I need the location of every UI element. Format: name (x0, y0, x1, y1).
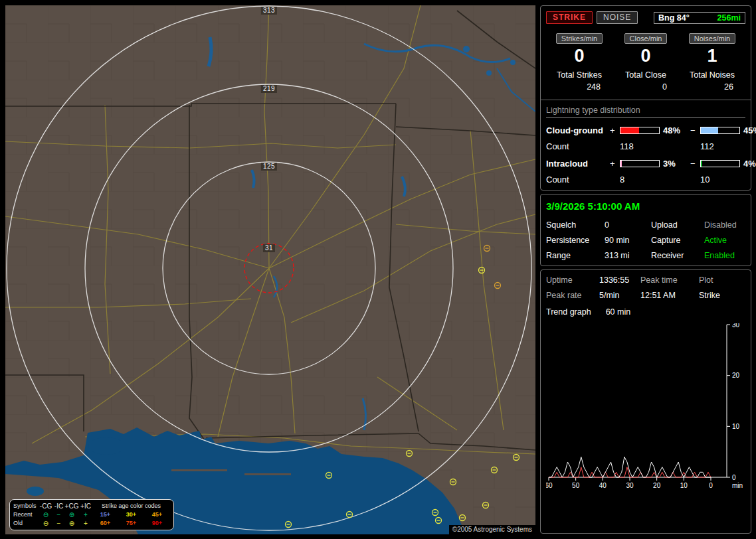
legend-symbols-table: Symbols -CG -IC +CG +IC Recent ⊖ − ⊕ + O… (13, 502, 92, 528)
capture-value: Active (704, 236, 745, 245)
intracloud-label: Intracloud (546, 159, 610, 169)
svg-text:50: 50 (572, 482, 580, 489)
range-ring-label: 125 (261, 163, 277, 171)
map-legend: Symbols -CG -IC +CG +IC Recent ⊖ − ⊕ + O… (9, 499, 174, 530)
total-close-value: 0 (613, 82, 679, 92)
age-code-30: 30+ (126, 510, 136, 519)
strike-button[interactable]: STRIKE (546, 11, 593, 24)
legend-age-codes: Strike age color codes 15+ 30+ 45+ 60+ 7… (92, 502, 170, 528)
trend-box: Uptime 1336:55 Peak time Plot Peak rate … (540, 270, 751, 534)
capture-label: Capture (651, 236, 704, 245)
legend-symbols-header: Symbols (13, 502, 39, 510)
svg-text:0: 0 (709, 482, 713, 489)
uptime-label: Uptime (546, 275, 599, 285)
noises-per-min-button[interactable]: Noises/min (689, 33, 735, 44)
age-code-15: 15+ (100, 510, 110, 519)
age-code-75: 75+ (126, 519, 136, 528)
plus-sign: + (610, 159, 620, 169)
svg-text:20: 20 (732, 372, 740, 379)
cg-plus-bar (620, 127, 660, 134)
plus-sign: + (610, 125, 620, 135)
total-strikes-value: 248 (546, 82, 613, 92)
age-code-45: 45+ (152, 510, 162, 519)
age-code-90: 90+ (152, 519, 162, 528)
legend-col--ic: -IC (53, 502, 64, 510)
cloud-ground-label: Cloud-ground (546, 125, 610, 135)
receiver-label: Receiver (651, 251, 704, 260)
peak-rate-label: Peak rate (546, 291, 599, 300)
noises-per-min-value: 1 (707, 46, 717, 66)
upload-label: Upload (651, 220, 704, 230)
age-code-60: 60+ (100, 519, 110, 528)
copyright-text: ©2005 Astrogenic Systems (449, 525, 535, 534)
total-noises-value: 26 (679, 82, 745, 92)
total-close-label: Total Close (613, 70, 679, 80)
range-label: Range (546, 251, 605, 260)
recent-neg-cg-icon: ⊖ (39, 510, 53, 519)
distribution-title: Lightning type distribution (546, 106, 745, 118)
ic-plus-bar (620, 160, 660, 167)
bearing-display: Bng 84° 256mi (654, 12, 745, 24)
range-ring-label: 219 (261, 85, 277, 93)
legend-col-+ic: +IC (79, 502, 92, 510)
status-panel: STRIKE NOISE Bng 84° 256mi Strikes/min C… (540, 5, 751, 534)
old-neg-cg-icon: ⊖ (39, 519, 53, 528)
uptime-value: 1336:55 (599, 275, 640, 285)
trend-graph-value: 60 min (606, 307, 631, 317)
svg-text:30: 30 (732, 323, 740, 329)
plot-label: Plot (699, 275, 745, 285)
cg-minus-pct: 45% (740, 125, 756, 135)
svg-text:20: 20 (653, 482, 661, 489)
cg-minus-count: 112 (700, 141, 740, 151)
svg-text:60: 60 (546, 482, 553, 489)
legend-row-old: Old (13, 519, 39, 528)
nexstorm-window: 313 219 125 31 Symbols -CG -IC +CG +IC R… (0, 0, 756, 539)
ic-minus-bar (700, 160, 740, 167)
total-noises-label: Total Noises (679, 70, 745, 80)
plot-value: Strike (699, 291, 745, 300)
squelch-label: Squelch (546, 220, 605, 230)
legend-row-recent: Recent (13, 510, 39, 519)
range-ring-label: 313 (261, 7, 277, 15)
bearing-value: Bng 84° (658, 13, 690, 23)
close-per-min-value: 0 (640, 46, 650, 66)
close-per-min-button[interactable]: Close/min (624, 33, 668, 44)
total-strikes-label: Total Strikes (546, 70, 613, 80)
cg-plus-pct: 48% (660, 125, 690, 135)
range-ring-label: 31 (263, 244, 275, 252)
divider (541, 100, 751, 100)
recent-pos-ic-icon: + (79, 510, 92, 519)
ic-count-label: Count (546, 175, 610, 185)
legend-age-title: Strike age color codes (92, 502, 170, 510)
squelch-value: 0 (605, 220, 651, 230)
minus-sign: − (690, 159, 700, 169)
range-value: 313 mi (605, 251, 651, 260)
svg-text:10: 10 (732, 423, 740, 430)
datetime-display: 3/9/2026 5:10:00 AM (546, 200, 745, 212)
peak-time-value: 12:51 AM (640, 291, 699, 300)
svg-text:30: 30 (626, 482, 634, 489)
ic-plus-count: 8 (620, 175, 660, 185)
ic-plus-pct: 3% (660, 159, 690, 169)
receiver-value: Enabled (704, 251, 745, 260)
cg-count-label: Count (546, 141, 610, 151)
peak-time-label: Peak time (640, 275, 699, 285)
svg-text:10: 10 (680, 482, 688, 489)
trend-graph-label: Trend graph (546, 307, 591, 317)
cg-minus-bar (700, 127, 740, 134)
recent-neg-ic-icon: − (53, 510, 64, 519)
strikes-per-min-button[interactable]: Strikes/min (556, 33, 603, 44)
legend-col--cg: -CG (39, 502, 53, 510)
lightning-map: 313 219 125 31 Symbols -CG -IC +CG +IC R… (5, 5, 535, 534)
peak-rate-value: 5/min (599, 291, 640, 300)
counters-box: STRIKE NOISE Bng 84° 256mi Strikes/min C… (540, 5, 751, 191)
minus-sign: − (690, 125, 700, 135)
svg-text:0: 0 (732, 474, 736, 481)
svg-text:min: min (732, 482, 743, 489)
ic-minus-count: 10 (700, 175, 740, 185)
recent-pos-cg-icon: ⊕ (64, 510, 79, 519)
noise-button[interactable]: NOISE (597, 11, 638, 24)
bearing-range-value: 256mi (717, 13, 741, 23)
svg-text:40: 40 (599, 482, 607, 489)
upload-value: Disabled (704, 220, 745, 230)
